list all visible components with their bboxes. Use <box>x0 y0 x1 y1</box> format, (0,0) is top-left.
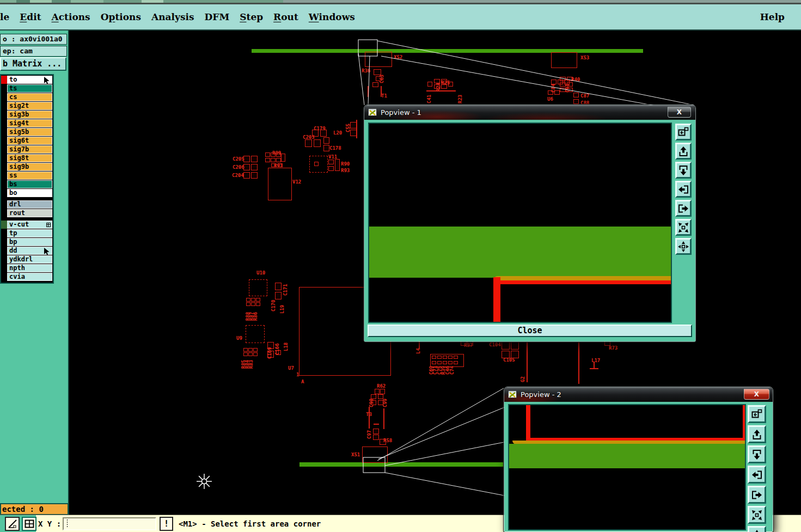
layer-color-marker[interactable] <box>1 229 7 237</box>
layer-color-marker[interactable] <box>1 221 7 229</box>
menu-item-rout[interactable]: Rout <box>273 11 298 22</box>
pan-down-button[interactable] <box>675 162 692 179</box>
layer-row-sig3b[interactable]: sig3b <box>1 111 52 119</box>
window-grid-button[interactable] <box>22 517 36 531</box>
layer-row-sig2t[interactable]: sig2t <box>1 102 52 110</box>
layer-color-marker[interactable] <box>1 209 7 217</box>
layer-name-label[interactable]: sig9b <box>7 163 52 171</box>
layer-row-drl[interactable]: drl <box>1 200 52 209</box>
xy-coordinate-input[interactable] <box>63 517 156 530</box>
layer-color-marker[interactable] <box>1 200 7 209</box>
layer-name-label[interactable]: tp <box>7 229 52 237</box>
menu-item-step[interactable]: Step <box>240 11 263 22</box>
layer-name-label[interactable]: ydkdrl <box>7 255 52 264</box>
job-matrix-button[interactable]: b Matrix ... <box>0 57 66 71</box>
layer-name-label[interactable]: npth <box>7 264 52 272</box>
layer-row-sig6t[interactable]: sig6t <box>1 137 52 145</box>
layer-row-ydkdrl[interactable]: ydkdrl <box>1 255 52 264</box>
layer-row-sig8t[interactable]: sig8t <box>1 154 52 162</box>
layer-row-sig5b[interactable]: sig5b <box>1 128 52 136</box>
layer-row-sig4t[interactable]: sig4t <box>1 119 52 127</box>
layer-color-marker[interactable] <box>1 255 7 264</box>
layer-color-marker[interactable] <box>1 111 7 119</box>
layer-color-marker[interactable] <box>1 189 7 197</box>
layer-row-v-cut[interactable]: v-cut <box>1 221 52 229</box>
layer-color-marker[interactable] <box>1 102 7 110</box>
layer-color-marker[interactable] <box>1 172 7 180</box>
popview-2-viewport[interactable] <box>508 404 746 530</box>
layer-row-bs[interactable]: bs <box>1 180 52 188</box>
center-view-button[interactable] <box>675 238 692 255</box>
menu-item-edit[interactable]: Edit <box>20 11 41 22</box>
popview-1-close-icon[interactable]: X <box>668 107 691 118</box>
layer-color-marker[interactable] <box>1 84 7 93</box>
layer-row-dd[interactable]: dd <box>1 247 52 255</box>
layer-name-label[interactable]: bp <box>7 238 52 246</box>
menu-item-le[interactable]: le <box>0 11 9 22</box>
pan-right-button[interactable] <box>675 200 692 217</box>
popview-1-close-button[interactable]: Close <box>368 325 692 337</box>
layer-name-label[interactable]: sig3b <box>7 111 52 119</box>
layer-row-cs[interactable]: cs <box>1 93 52 101</box>
prompt-alert-button[interactable]: ! <box>160 517 173 531</box>
popview-1-viewport[interactable] <box>368 123 672 323</box>
layer-row-cvia[interactable]: cvia <box>1 273 52 281</box>
popview-clone-button[interactable] <box>748 405 766 423</box>
pan-left-button[interactable] <box>675 181 692 198</box>
layer-name-label[interactable]: ss <box>7 172 52 180</box>
layer-row-sig7b[interactable]: sig7b <box>1 145 52 154</box>
layer-name-label[interactable]: sig4t <box>7 119 52 127</box>
layer-row-bp[interactable]: bp <box>1 238 52 246</box>
layer-row-bo[interactable]: bo <box>1 189 52 197</box>
fit-view-button[interactable] <box>675 219 692 236</box>
layer-row-rout[interactable]: rout <box>1 209 52 217</box>
layer-name-label[interactable]: v-cut <box>7 221 52 229</box>
menu-item-windows[interactable]: Windows <box>309 11 355 22</box>
menu-item-dfm[interactable]: DFM <box>205 11 230 22</box>
layer-color-marker[interactable] <box>1 76 7 84</box>
popview-2-titlebar[interactable]: Popview - 2 <box>504 387 773 402</box>
layer-row-npth[interactable]: npth <box>1 264 52 272</box>
layer-name-label[interactable]: to <box>7 76 52 84</box>
layer-name-label[interactable]: bo <box>7 189 52 197</box>
layer-name-label[interactable]: cs <box>7 93 52 101</box>
pan-up-button[interactable] <box>675 143 692 160</box>
fit-view-button[interactable] <box>748 506 766 524</box>
layer-color-marker[interactable] <box>1 273 7 281</box>
layer-color-marker[interactable] <box>1 137 7 145</box>
layer-name-label[interactable]: dd <box>7 247 52 255</box>
pan-left-button[interactable] <box>748 466 766 484</box>
layer-name-label[interactable]: bs <box>7 180 52 188</box>
snap-angle-button[interactable] <box>5 517 20 531</box>
layer-name-label[interactable]: rout <box>7 209 52 217</box>
layer-row-tp[interactable]: tp <box>1 229 52 237</box>
layer-color-marker[interactable] <box>1 154 7 162</box>
layer-color-marker[interactable] <box>1 163 7 171</box>
layer-name-label[interactable]: ts <box>7 84 52 93</box>
layer-name-label[interactable]: sig8t <box>7 154 52 162</box>
layer-name-label[interactable]: sig6t <box>7 137 52 145</box>
layer-color-marker[interactable] <box>1 238 7 246</box>
menu-item-analysis[interactable]: Analysis <box>151 11 194 22</box>
menu-item-options[interactable]: Options <box>101 11 141 22</box>
layer-row-sig9b[interactable]: sig9b <box>1 163 52 171</box>
layer-color-marker[interactable] <box>1 247 7 255</box>
popview-1-titlebar[interactable]: Popview - 1 <box>364 105 695 120</box>
pan-up-button[interactable] <box>748 425 766 443</box>
popview-2-close-icon[interactable]: X <box>744 389 769 400</box>
layer-color-marker[interactable] <box>1 93 7 101</box>
layer-color-marker[interactable] <box>1 145 7 154</box>
pan-down-button[interactable] <box>748 445 766 463</box>
center-view-button[interactable] <box>748 526 766 532</box>
layer-row-ts[interactable]: ts <box>1 84 52 93</box>
layer-name-label[interactable]: drl <box>7 200 52 209</box>
popview-clone-button[interactable] <box>675 124 692 140</box>
menu-item-help[interactable]: Help <box>760 4 785 29</box>
layer-color-marker[interactable] <box>1 119 7 127</box>
pan-right-button[interactable] <box>748 486 766 504</box>
layer-row-to[interactable]: to <box>1 76 52 84</box>
layer-name-label[interactable]: sig5b <box>7 128 52 136</box>
layer-row-ss[interactable]: ss <box>1 172 52 180</box>
layer-name-label[interactable]: sig7b <box>7 145 52 154</box>
menu-item-actions[interactable]: Actions <box>51 11 90 22</box>
